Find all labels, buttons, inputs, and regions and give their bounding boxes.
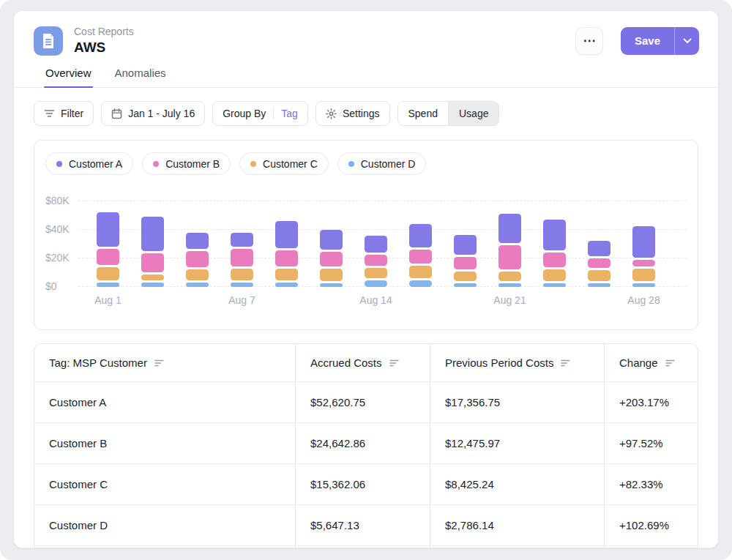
stacked-bar-chart: $0$20K$40K$80K Aug 1Aug 7Aug 14Aug 21Aug… (45, 184, 687, 287)
cell-previous-costs: $12,475.97 (430, 423, 604, 463)
bar-segment-customer-d[interactable] (454, 283, 477, 287)
group-by-button[interactable]: Group By Tag (212, 101, 308, 126)
stacked-bar[interactable] (588, 184, 610, 287)
bar-segment-customer-b[interactable] (454, 257, 477, 269)
bar-segment-customer-c[interactable] (141, 275, 164, 280)
chevron-down-icon (683, 38, 692, 44)
bar-segment-customer-d[interactable] (320, 283, 343, 287)
sort-icon[interactable] (561, 359, 570, 367)
bar-segment-customer-a[interactable] (498, 214, 521, 243)
toggle-usage[interactable]: Usage (448, 102, 498, 125)
stacked-bar[interactable] (632, 184, 655, 287)
bar-segment-customer-c[interactable] (409, 266, 432, 278)
bar-segment-customer-d[interactable] (365, 280, 387, 287)
stacked-bar[interactable] (498, 184, 521, 287)
bar-segment-customer-b[interactable] (97, 249, 119, 265)
bar-segment-customer-b[interactable] (588, 258, 610, 268)
table-row[interactable]: Customer C $15,362.06 $8,425.24 +82.33% (34, 463, 698, 504)
tab-anomalies[interactable]: Anomalies (115, 67, 166, 87)
bar-segment-customer-b[interactable] (498, 245, 521, 269)
filter-label: Filter (61, 108, 83, 119)
column-header-accrued[interactable]: Accrued Costs (295, 344, 430, 381)
sort-icon[interactable] (665, 359, 675, 367)
stacked-bar[interactable] (409, 184, 432, 287)
stacked-bar[interactable] (231, 184, 253, 287)
bar-segment-customer-b[interactable] (141, 253, 164, 272)
tab-overview[interactable]: Overview (45, 67, 92, 87)
bar-segment-customer-c[interactable] (632, 269, 655, 281)
bar-segment-customer-c[interactable] (275, 269, 298, 280)
bar-segment-customer-a[interactable] (320, 230, 343, 250)
legend-item-customer-a[interactable]: Customer A (45, 152, 133, 175)
bar-segment-customer-d[interactable] (141, 283, 164, 287)
bar-segment-customer-b[interactable] (632, 260, 655, 266)
legend-item-customer-c[interactable]: Customer C (239, 152, 329, 175)
bar-segment-customer-a[interactable] (454, 235, 477, 255)
bar-segment-customer-d[interactable] (632, 283, 655, 287)
bar-segment-customer-d[interactable] (588, 283, 610, 287)
legend-item-customer-d[interactable]: Customer D (337, 152, 427, 175)
bar-segment-customer-a[interactable] (543, 220, 566, 250)
bar-segment-customer-a[interactable] (588, 241, 610, 256)
settings-button[interactable]: Settings (315, 101, 390, 126)
table-row[interactable]: Customer A $52,620.75 $17,356.75 +203.17… (34, 381, 698, 422)
bar-segment-customer-b[interactable] (275, 250, 298, 266)
bar-segment-customer-c[interactable] (186, 269, 209, 280)
save-dropdown-button[interactable] (674, 27, 699, 55)
bar-segment-customer-a[interactable] (409, 224, 432, 247)
bar-segment-customer-d[interactable] (186, 283, 209, 287)
bar-segment-customer-c[interactable] (231, 269, 253, 280)
bar-segment-customer-a[interactable] (632, 226, 655, 258)
y-tick-label: $40K (45, 223, 70, 235)
stacked-bar[interactable] (454, 184, 477, 287)
stacked-bar[interactable] (141, 184, 164, 287)
save-button[interactable]: Save (621, 27, 674, 55)
filter-button[interactable]: Filter (34, 101, 94, 126)
y-axis-labels: $0$20K$40K$80K (45, 184, 78, 287)
column-header-change[interactable]: Change (604, 344, 698, 381)
bar-segment-customer-a[interactable] (141, 217, 164, 251)
toggle-spend[interactable]: Spend (398, 102, 448, 125)
bar-segment-customer-c[interactable] (320, 269, 343, 281)
column-header-previous[interactable]: Previous Period Costs (430, 344, 604, 381)
bar-segment-customer-d[interactable] (409, 280, 432, 287)
table-row-partial (34, 545, 698, 548)
bar-segment-customer-c[interactable] (543, 269, 566, 281)
bar-segment-customer-d[interactable] (97, 283, 119, 287)
bar-segment-customer-a[interactable] (186, 233, 209, 249)
stacked-bar[interactable] (543, 184, 566, 287)
bar-segment-customer-b[interactable] (320, 252, 343, 266)
more-options-button[interactable]: ⋯ (575, 27, 603, 55)
stacked-bar[interactable] (186, 184, 209, 287)
bar-segment-customer-b[interactable] (543, 253, 566, 267)
stacked-bar[interactable] (320, 184, 343, 287)
save-split-button[interactable]: Save (621, 27, 699, 55)
bar-segment-customer-a[interactable] (365, 236, 387, 253)
bar-segment-customer-d[interactable] (543, 283, 566, 287)
sort-icon[interactable] (389, 359, 399, 367)
bar-segment-customer-a[interactable] (97, 212, 119, 247)
bar-segment-customer-c[interactable] (498, 272, 521, 281)
bar-segment-customer-a[interactable] (275, 221, 298, 248)
sort-icon[interactable] (154, 359, 164, 367)
legend-item-customer-b[interactable]: Customer B (142, 152, 231, 175)
table-row[interactable]: Customer B $24,642.86 $12,475.97 +97.52% (34, 422, 698, 463)
stacked-bar[interactable] (365, 184, 387, 287)
table-row[interactable]: Customer D $5,647.13 $2,786.14 +102.69% (34, 504, 698, 545)
stacked-bar[interactable] (97, 184, 119, 287)
bar-segment-customer-c[interactable] (454, 272, 477, 281)
bar-segment-customer-c[interactable] (97, 267, 119, 280)
bar-segment-customer-c[interactable] (365, 268, 387, 278)
column-header-tag[interactable]: Tag: MSP Customer (34, 344, 295, 381)
bar-segment-customer-a[interactable] (231, 233, 253, 247)
bar-segment-customer-b[interactable] (409, 250, 432, 264)
bar-segment-customer-d[interactable] (231, 283, 253, 287)
bar-segment-customer-b[interactable] (231, 249, 253, 266)
bar-segment-customer-c[interactable] (588, 270, 610, 281)
date-range-button[interactable]: Jan 1 - July 16 (101, 101, 205, 126)
bar-segment-customer-b[interactable] (186, 251, 209, 267)
stacked-bar[interactable] (275, 184, 298, 287)
bar-segment-customer-b[interactable] (365, 255, 387, 266)
bar-segment-customer-d[interactable] (498, 283, 521, 287)
bar-segment-customer-d[interactable] (275, 283, 298, 287)
